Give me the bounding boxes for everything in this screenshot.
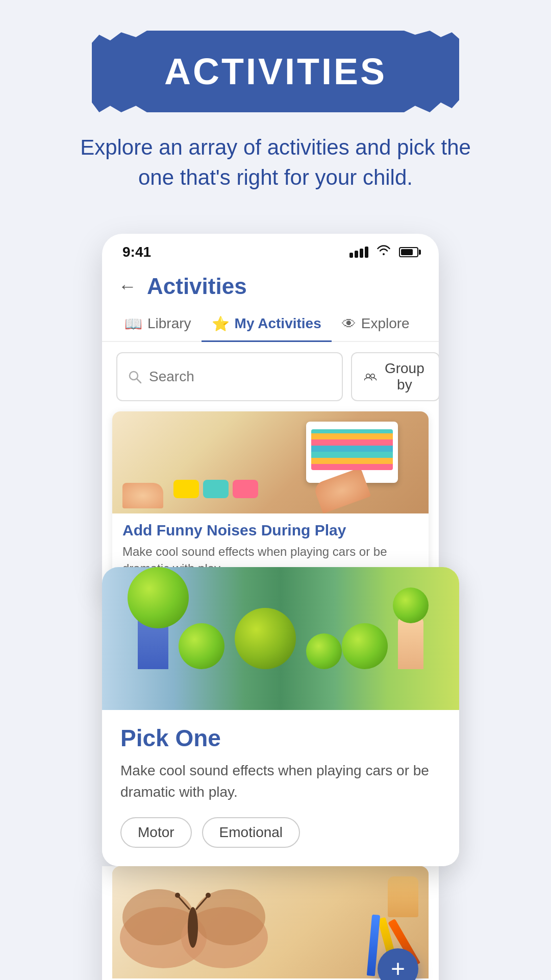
status-time: 9:41 [122, 244, 151, 260]
hero-section: ACTIVITIES Explore an array of activitie… [0, 0, 551, 234]
group-by-label: Group by [383, 360, 427, 393]
search-box[interactable] [116, 352, 343, 401]
hero-subtitle: Explore an array of activities and pick … [66, 133, 485, 193]
fab-plus-icon: + [391, 954, 405, 980]
tab-library[interactable]: 📖 Library [114, 307, 202, 342]
banner-wrapper: ACTIVITIES [92, 31, 459, 112]
card-2-tags: Motor Emotional [120, 817, 441, 848]
tab-explore[interactable]: 👁 Explore [332, 307, 420, 342]
toolbar: Group by [102, 342, 439, 411]
search-input[interactable] [149, 369, 332, 385]
signal-icon [349, 247, 368, 258]
activity-card-2[interactable]: Pick One Make cool sound effects when pl… [102, 567, 459, 866]
app-header: ← Activities [102, 265, 439, 307]
svg-point-11 [175, 893, 180, 898]
status-indicators [349, 245, 418, 259]
eye-icon: 👁 [342, 315, 356, 332]
app-title: Activities [147, 274, 247, 299]
tag-emotional: Emotional [202, 817, 300, 848]
activity-card-2-wrapper: Pick One Make cool sound effects when pl… [102, 567, 459, 866]
status-bar: 9:41 [102, 234, 439, 265]
svg-point-12 [206, 893, 211, 898]
tag-motor: Motor [120, 817, 192, 848]
wifi-icon [377, 245, 391, 259]
svg-point-8 [188, 907, 198, 948]
group-icon [364, 370, 377, 384]
phone-screen-top: 9:41 [102, 234, 439, 587]
phone-frame: 9:41 [102, 234, 449, 980]
svg-point-7 [194, 889, 265, 945]
svg-point-2 [366, 374, 370, 377]
search-icon [128, 370, 142, 384]
activity-card-1[interactable]: Add Funny Noises During Play Make cool s… [112, 411, 429, 587]
card-2-image [102, 567, 459, 710]
card-2-title: Pick One [120, 724, 441, 752]
back-button[interactable]: ← [118, 276, 137, 297]
card-2-description: Make cool sound effects when playing car… [120, 760, 441, 803]
phone-mockup: 9:41 [0, 234, 551, 980]
phone-screen-bottom: Draw with Crayons + [102, 866, 439, 980]
svg-point-3 [371, 374, 374, 377]
svg-line-1 [137, 379, 141, 383]
star-icon: ⭐ [212, 315, 230, 332]
butterfly-svg [112, 876, 276, 978]
library-icon: 📖 [124, 315, 142, 332]
group-by-button[interactable]: Group by [351, 352, 439, 401]
tab-bar: 📖 Library ⭐ My Activities 👁 Explore [102, 307, 439, 342]
tab-my-activities[interactable]: ⭐ My Activities [202, 307, 332, 342]
card-1-title: Add Funny Noises During Play [122, 522, 418, 539]
card-1-image [112, 411, 429, 513]
page-title: ACTIVITIES [164, 51, 387, 92]
card-2-body: Pick One Make cool sound effects when pl… [102, 710, 459, 866]
battery-icon [399, 247, 418, 257]
